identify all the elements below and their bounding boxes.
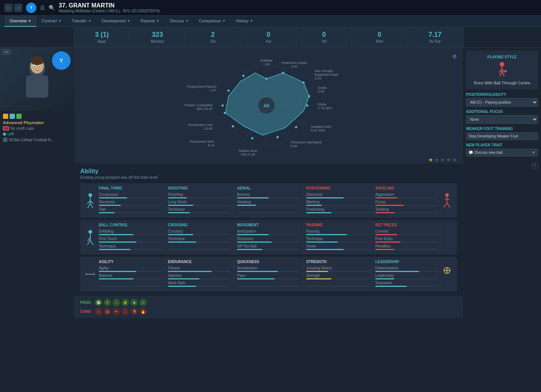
pro-icon-2: 🏃 <box>104 299 111 306</box>
pro-icon-5: ★ <box>130 299 138 306</box>
star-5: ★ <box>452 157 457 163</box>
stat-assists: 0 Ast <box>241 27 296 47</box>
player-role-badges <box>3 114 71 119</box>
group-leadership: LEADERSHIP Determination Leadership Team… <box>372 260 441 288</box>
tab-contract[interactable]: Contract ▼ <box>36 16 67 27</box>
pros-row: PROS ⚽ 🏃 ↑ ⚡ ★ ✓ <box>80 299 457 306</box>
svg-line-82 <box>90 240 93 245</box>
svg-rect-1 <box>26 75 48 98</box>
forward-button[interactable]: → <box>14 4 22 12</box>
weaker-foot-input[interactable] <box>466 132 538 140</box>
svg-text:Expected Assists: Expected Assists <box>281 61 307 65</box>
svg-point-59 <box>295 126 297 128</box>
group-endurance: ENDURANCE Fitness Stamina Work Rate <box>165 260 234 288</box>
radar-container: All Dribbles 1.39 Expected Assists 0.00 … <box>80 54 457 158</box>
top-bar: ← → Y ☰ 🔍 37. GRANT MARTIN Attacking Mid… <box>0 0 541 16</box>
player-icon-tackling <box>441 186 453 215</box>
svg-text:0.29: 0.29 <box>315 77 321 80</box>
svg-text:33%  0.28: 33% 0.28 <box>240 153 255 156</box>
svg-text:All: All <box>263 103 269 108</box>
back-button[interactable]: ← <box>4 4 13 12</box>
cons-label: CONS <box>80 310 93 314</box>
svg-line-93 <box>500 72 502 76</box>
tab-development[interactable]: Development ▼ <box>97 16 136 27</box>
group-header-final-third: FINAL THIRD <box>99 186 162 190</box>
svg-text:Passes Completed: Passes Completed <box>184 103 213 107</box>
pro-icon-3: ↑ <box>113 299 120 306</box>
group-aerial: AERIAL Bravery Heading <box>234 186 303 215</box>
svg-text:Possession Lost: Possession Lost <box>188 123 213 127</box>
tab-overview[interactable]: Overview ▼ <box>4 16 36 27</box>
club-info: NCAA College Football N... <box>3 137 71 142</box>
svg-point-61 <box>251 137 253 139</box>
group-shooting: SHOOTING Finishing Long Shots Technique <box>165 186 234 215</box>
svg-point-58 <box>306 104 308 107</box>
svg-point-62 <box>232 125 234 127</box>
stat-yellow: 0 Yel <box>297 27 352 47</box>
trait-icon: 💬 <box>469 150 473 155</box>
badge-teal <box>10 114 15 119</box>
player-photo: Yth Y <box>0 48 74 111</box>
center-content: ⚙ <box>74 48 463 318</box>
player-icon-2 <box>85 223 96 252</box>
player-icon-leadership <box>441 260 453 288</box>
group-ball-control: BALL CONTROL Dribbling First Touch Techn… <box>96 223 165 252</box>
club-logo: Y <box>26 3 36 13</box>
star-1: ★ <box>428 157 433 163</box>
tab-discuss[interactable]: Discuss ▼ <box>165 16 194 27</box>
svg-point-95 <box>505 70 507 72</box>
svg-text:5.02  62%: 5.02 62% <box>311 129 325 132</box>
svg-text:Goals: Goals <box>318 86 327 90</box>
ability-section: Ability Exciting young prospect way off … <box>74 163 463 296</box>
con-icon-4: ↓ <box>122 308 129 315</box>
stat-apps: 3 (1) Apps <box>74 27 130 47</box>
search-icon[interactable]: 🔍 <box>49 5 55 11</box>
svg-line-77 <box>447 203 450 207</box>
position-role-label: POSITION/ROLE/DUTY <box>466 93 538 97</box>
menu-icon[interactable]: ☰ <box>40 5 45 11</box>
tab-history[interactable]: History ▼ <box>231 16 258 27</box>
group-crossing: CROSSING Crossing Technique <box>165 223 234 252</box>
player-name: 37. GRANT MARTIN <box>59 2 160 9</box>
con-icon-2: ◎ <box>104 308 111 315</box>
svg-text:Expected Goals: Expected Goals <box>315 73 338 77</box>
pros-cons-section: PROS ⚽ 🏃 ↑ ⚡ ★ ✓ CONS ↔ ◎ ✂ ↓ ⚗ 🔥 <box>74 296 463 318</box>
position-role-select[interactable]: AM (C) - Playing positionAM (L) - Advanc… <box>466 98 538 107</box>
svg-text:Possession Won: Possession Won <box>189 140 214 143</box>
main-content: Yth Y <box>0 48 541 318</box>
stats-bar: 3 (1) Apps 323 Minutes 2 Gls 0 Ast 0 Yel… <box>0 27 541 48</box>
player-avatar <box>19 55 56 103</box>
svg-text:Non Penalty: Non Penalty <box>315 69 333 73</box>
help-button[interactable]: ? <box>531 162 538 169</box>
left-sidebar: Yth Y <box>0 48 74 318</box>
player-icon-3 <box>85 260 96 288</box>
playing-style-card: PLAYING STYLE Runs With Ball Through Cen… <box>466 51 538 90</box>
svg-text:0.00: 0.00 <box>291 65 298 68</box>
svg-point-63 <box>224 112 226 114</box>
ability-title: Ability <box>80 168 158 175</box>
additional-focus-select[interactable]: NoneShootingPassing <box>466 115 538 124</box>
radar-chart: All Dribbles 1.39 Expected Assists 0.00 … <box>140 54 393 158</box>
pro-icon-4: ⚡ <box>122 299 129 306</box>
new-trait-label: NEW PLAYER TRAIT <box>466 143 538 147</box>
star-3: ★ <box>440 157 445 163</box>
svg-line-94 <box>502 72 504 76</box>
foot-indicator <box>3 133 6 136</box>
group-movement: MOVEMENT Anticipation Decisions Off The … <box>234 223 303 252</box>
group-set-pieces: SET PIECES Corners Free Kicks Penalties <box>372 223 441 252</box>
tab-transfer[interactable]: Transfer ▼ <box>67 16 96 27</box>
tab-comparison[interactable]: Comparison ▼ <box>194 16 230 27</box>
new-trait-row[interactable]: 💬 Discuss new trait ▼ <box>466 149 538 156</box>
badge-gold <box>3 114 8 119</box>
club-badge: Y <box>52 51 71 70</box>
svg-point-78 <box>88 230 92 234</box>
svg-line-72 <box>90 204 93 208</box>
svg-point-67 <box>88 193 92 197</box>
stat-minutes: 323 Minutes <box>130 27 185 47</box>
svg-point-89 <box>500 62 504 67</box>
nationality-flag <box>3 126 9 130</box>
tab-reports[interactable]: Reports ▼ <box>135 16 164 27</box>
con-icon-6: 🔥 <box>139 308 147 315</box>
svg-point-73 <box>445 193 449 197</box>
svg-point-56 <box>302 81 305 84</box>
